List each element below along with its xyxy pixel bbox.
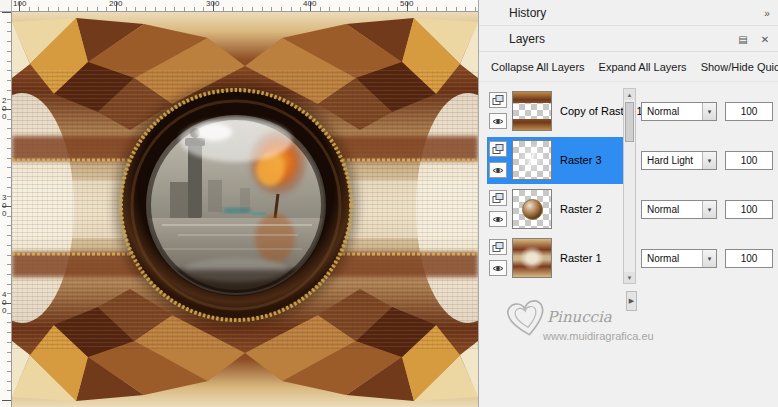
canvas-image[interactable] xyxy=(12,12,478,407)
palettes-panel: History » Layers ▤ ✕ Collapse All Layers… xyxy=(478,0,778,407)
eye-icon xyxy=(492,215,504,224)
layer-pages-icon xyxy=(492,242,504,253)
opacity-field[interactable]: 100 xyxy=(725,249,773,268)
chevron-down-icon[interactable]: ▾ xyxy=(702,152,716,169)
orb-thumbnail-graphic xyxy=(522,199,543,220)
history-panel-header[interactable]: History » xyxy=(479,0,778,26)
eye-icon xyxy=(492,264,504,273)
chevron-down-icon[interactable]: ▾ xyxy=(702,201,716,218)
watermark: Pinuccia www.muidiragrafica.eu xyxy=(503,296,769,366)
eye-icon xyxy=(492,117,504,126)
artwork-graphic xyxy=(12,12,478,407)
ruler-label: 200 xyxy=(2,97,9,121)
blend-mode-dropdown[interactable]: Normal ▾ xyxy=(641,249,717,268)
layer-visibility-toggle[interactable] xyxy=(489,260,507,276)
ruler-label: 400 xyxy=(2,291,9,315)
layer-row-raster-2[interactable]: Raster 2 Normal ▾ 100 xyxy=(487,186,623,233)
blend-mode-dropdown[interactable]: Normal ▾ xyxy=(641,200,717,219)
blend-mode-dropdown[interactable]: Hard Light ▾ xyxy=(641,151,717,170)
ruler-label: 300 xyxy=(206,0,219,8)
layer-thumbnail xyxy=(512,140,552,180)
scroll-up-icon[interactable]: ▲ xyxy=(624,89,635,100)
ruler-label: 200 xyxy=(109,0,122,8)
canvas-area: 100 200 300 400 500 200 300 400 xyxy=(0,0,478,407)
scrollbar-thumb[interactable] xyxy=(625,102,634,142)
layer-thumbnail xyxy=(512,189,552,229)
layer-name: Raster 1 xyxy=(560,252,602,264)
opacity-field[interactable]: 100 xyxy=(725,200,773,219)
layer-visibility-toggle[interactable] xyxy=(489,162,507,178)
panel-menu-icon[interactable]: ▤ xyxy=(735,31,751,47)
chevron-down-icon[interactable]: ▾ xyxy=(702,103,716,120)
layer-link-toggle[interactable] xyxy=(489,239,507,255)
blend-mode-value: Normal xyxy=(642,253,702,264)
opacity-field[interactable]: 100 xyxy=(725,102,773,121)
ruler-corner xyxy=(0,0,12,12)
layer-link-toggle[interactable] xyxy=(489,141,507,157)
app-window: 100 200 300 400 500 200 300 400 xyxy=(0,0,778,407)
opacity-field[interactable]: 100 xyxy=(725,151,773,170)
blend-mode-dropdown[interactable]: Normal ▾ xyxy=(641,102,717,121)
history-collapse-icon[interactable]: » xyxy=(759,5,775,21)
layers-panel-title: Layers xyxy=(509,32,545,46)
watermark-name: Pinuccia xyxy=(547,308,612,326)
scroll-down-icon[interactable]: ▼ xyxy=(624,272,635,283)
layer-visibility-toggle[interactable] xyxy=(489,211,507,227)
horizontal-ruler[interactable]: 100 200 300 400 500 xyxy=(12,0,478,12)
layers-panel-header[interactable]: Layers ▤ ✕ xyxy=(479,26,778,52)
ruler-label: 300 xyxy=(2,194,9,218)
layers-toolbar: Collapse All Layers Expand All Layers Sh… xyxy=(479,52,778,82)
layer-thumbnail xyxy=(512,238,552,278)
ruler-label: 500 xyxy=(400,0,413,8)
layer-row-raster-3[interactable]: Raster 3 Hard Light ▾ 100 xyxy=(487,137,623,184)
layer-row-raster-1[interactable]: Raster 1 Normal ▾ 100 xyxy=(487,235,623,282)
layer-name: Raster 2 xyxy=(560,203,602,215)
blend-mode-value: Hard Light xyxy=(642,155,702,166)
layer-name: Raster 3 xyxy=(560,154,602,166)
layer-list-scrollbar[interactable]: ▲ ▼ xyxy=(623,88,636,284)
show-hide-button[interactable]: Show/Hide Quic xyxy=(701,61,778,73)
ruler-label: 100 xyxy=(13,0,26,8)
history-panel-title: History xyxy=(509,6,546,20)
expand-all-layers-button[interactable]: Expand All Layers xyxy=(599,61,687,73)
panel-close-icon[interactable]: ✕ xyxy=(757,31,773,47)
layer-pages-icon xyxy=(492,144,504,155)
layer-thumbnail xyxy=(512,91,552,131)
ruler-label: 400 xyxy=(303,0,316,8)
blend-mode-value: Normal xyxy=(642,106,702,117)
vertical-ruler[interactable]: 200 300 400 xyxy=(0,12,12,407)
layer-visibility-toggle[interactable] xyxy=(489,113,507,129)
blend-mode-value: Normal xyxy=(642,204,702,215)
layer-row-copy-of-raster-1[interactable]: Copy of Raster 1 Normal ▾ 100 xyxy=(487,88,623,135)
eye-icon xyxy=(492,166,504,175)
layer-link-toggle[interactable] xyxy=(489,190,507,206)
collapse-all-layers-button[interactable]: Collapse All Layers xyxy=(491,61,585,73)
layer-pages-icon xyxy=(492,193,504,204)
layer-link-toggle[interactable] xyxy=(489,92,507,108)
watermark-url: www.muidiragrafica.eu xyxy=(543,330,654,342)
chevron-down-icon[interactable]: ▾ xyxy=(702,250,716,267)
layer-pages-icon xyxy=(492,95,504,106)
